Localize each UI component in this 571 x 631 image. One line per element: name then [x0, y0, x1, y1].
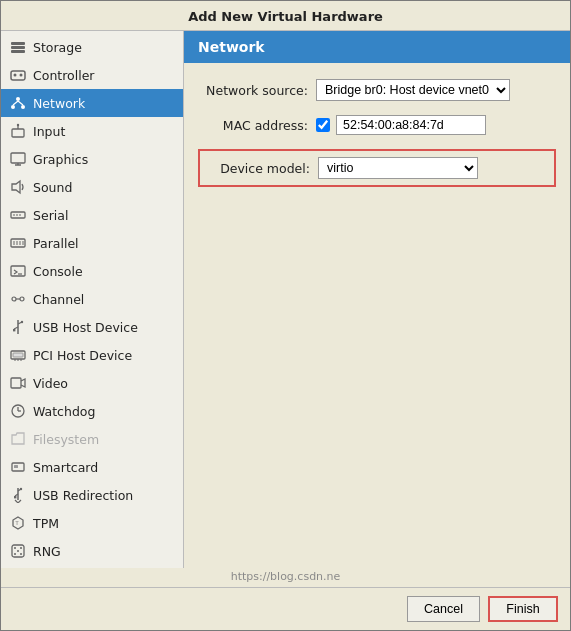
device-model-row: Device model: virtio: [198, 149, 556, 187]
sidebar-item-label: Parallel: [33, 236, 79, 251]
sidebar-item-usb-host[interactable]: USB Host Device: [1, 313, 183, 341]
console-icon: [9, 262, 27, 280]
svg-point-34: [21, 321, 23, 323]
svg-rect-2: [11, 50, 25, 53]
usb-host-icon: [9, 318, 27, 336]
parallel-icon: [9, 234, 27, 252]
sidebar-item-label: Smartcard: [33, 460, 98, 475]
svg-marker-17: [12, 181, 20, 193]
sidebar-item-label: USB Host Device: [33, 320, 138, 335]
mac-address-row: MAC address:: [198, 115, 556, 135]
network-icon: [9, 94, 27, 112]
mac-address-checkbox[interactable]: [316, 118, 330, 132]
content-header: Network: [184, 31, 570, 63]
sidebar-item-network[interactable]: Network: [1, 89, 183, 117]
sidebar-item-parallel[interactable]: Parallel: [1, 229, 183, 257]
controller-icon: [9, 66, 27, 84]
network-source-label: Network source:: [198, 83, 308, 98]
sidebar-item-label: Console: [33, 264, 83, 279]
sidebar-item-label: Input: [33, 124, 65, 139]
sidebar-item-console[interactable]: Console: [1, 257, 183, 285]
svg-rect-1: [11, 46, 25, 49]
dialog-footer: Cancel Finish: [1, 587, 570, 630]
sidebar-item-label: Video: [33, 376, 68, 391]
storage-icon: [9, 38, 27, 56]
network-source-control: Bridge br0: Host device vnet0: [316, 79, 510, 101]
sidebar-item-label: Filesystem: [33, 432, 99, 447]
device-model-label: Device model:: [210, 161, 310, 176]
sidebar-item-smartcard[interactable]: Smartcard: [1, 453, 183, 481]
svg-point-55: [14, 547, 16, 549]
pci-host-icon: [9, 346, 27, 364]
sidebar-item-rng[interactable]: RNG: [1, 537, 183, 565]
sidebar-item-filesystem: Filesystem: [1, 425, 183, 453]
sidebar-item-sound[interactable]: Sound: [1, 173, 183, 201]
svg-point-8: [21, 105, 25, 109]
dialog-body: Storage Controller Network: [1, 31, 570, 568]
sidebar-item-label: RNG: [33, 544, 61, 559]
sidebar-item-label: TPM: [33, 516, 59, 531]
mac-address-label: MAC address:: [198, 118, 308, 133]
svg-line-10: [18, 101, 23, 105]
finish-button[interactable]: Finish: [488, 596, 558, 622]
watermark: https://blog.csdn.ne: [1, 568, 570, 587]
filesystem-icon: [9, 430, 27, 448]
sidebar-item-controller[interactable]: Controller: [1, 61, 183, 89]
sidebar-item-label: Channel: [33, 292, 84, 307]
svg-rect-14: [11, 153, 25, 163]
sidebar-item-pci-host[interactable]: PCI Host Device: [1, 341, 183, 369]
sidebar-item-video[interactable]: Video: [1, 369, 183, 397]
serial-icon: [9, 206, 27, 224]
sound-icon: [9, 178, 27, 196]
dialog-title: Add New Virtual Hardware: [1, 1, 570, 31]
input-icon: [9, 122, 27, 140]
network-source-row: Network source: Bridge br0: Host device …: [198, 79, 556, 101]
svg-line-9: [13, 101, 18, 105]
svg-rect-18: [11, 212, 25, 218]
svg-point-6: [16, 97, 20, 101]
svg-rect-42: [11, 378, 21, 388]
sidebar-item-label: Controller: [33, 68, 95, 83]
smartcard-icon: [9, 458, 27, 476]
mac-address-control: [316, 115, 486, 135]
sidebar-item-input[interactable]: Input: [1, 117, 183, 145]
device-model-select[interactable]: virtio: [318, 157, 478, 179]
sidebar-item-watchdog[interactable]: Watchdog: [1, 397, 183, 425]
watchdog-icon: [9, 402, 27, 420]
svg-point-56: [20, 547, 22, 549]
sidebar-item-label: Sound: [33, 180, 72, 195]
svg-rect-47: [14, 465, 18, 468]
dialog: Add New Virtual Hardware Storage Control…: [0, 0, 571, 631]
sidebar-item-label: Network: [33, 96, 85, 111]
svg-rect-0: [11, 42, 25, 45]
svg-rect-38: [13, 353, 23, 357]
svg-rect-3: [11, 71, 25, 80]
svg-point-57: [14, 553, 16, 555]
network-source-select[interactable]: Bridge br0: Host device vnet0: [316, 79, 510, 101]
svg-point-58: [20, 553, 22, 555]
svg-point-50: [20, 488, 22, 490]
sidebar-item-label: Storage: [33, 40, 82, 55]
content-body: Network source: Bridge br0: Host device …: [184, 63, 570, 568]
svg-point-4: [14, 74, 17, 77]
channel-icon: [9, 290, 27, 308]
svg-point-59: [17, 550, 19, 552]
tpm-icon: T: [9, 514, 27, 532]
sidebar-item-storage[interactable]: Storage: [1, 33, 183, 61]
sidebar-item-tpm[interactable]: T TPM: [1, 509, 183, 537]
sidebar-item-channel[interactable]: Channel: [1, 285, 183, 313]
svg-point-29: [12, 297, 16, 301]
cancel-button[interactable]: Cancel: [407, 596, 480, 622]
video-icon: [9, 374, 27, 392]
sidebar-item-usb-redir[interactable]: USB Redirection: [1, 481, 183, 509]
sidebar-item-label: Graphics: [33, 152, 88, 167]
sidebar: Storage Controller Network: [1, 31, 184, 568]
sidebar-item-graphics[interactable]: Graphics: [1, 145, 183, 173]
svg-text:T: T: [15, 520, 20, 526]
svg-point-13: [17, 124, 19, 126]
sidebar-item-serial[interactable]: Serial: [1, 201, 183, 229]
mac-address-input[interactable]: [336, 115, 486, 135]
rng-icon: [9, 542, 27, 560]
svg-rect-11: [12, 129, 24, 137]
sidebar-item-label: Watchdog: [33, 404, 95, 419]
